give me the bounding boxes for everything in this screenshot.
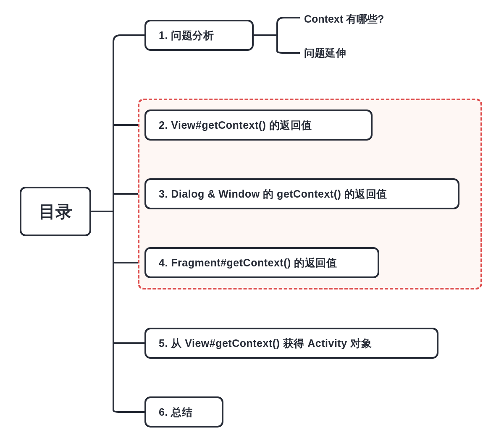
node-6: 6. 总结: [144, 396, 223, 428]
node-5: 5. 从 View#getContext() 获得 Activity 对象: [144, 328, 438, 359]
node-4: 4. Fragment#getContext() 的返回值: [144, 247, 379, 278]
leaf-1: Context 有哪些?: [304, 12, 384, 26]
node-2-label: 2. View#getContext() 的返回值: [159, 118, 312, 132]
node-2: 2. View#getContext() 的返回值: [144, 110, 373, 141]
diagram-canvas: 目录 1. 问题分析 2. View#getContext() 的返回值 3. …: [0, 0, 504, 438]
leaf-2-label: 问题延伸: [304, 47, 346, 59]
node-4-label: 4. Fragment#getContext() 的返回值: [159, 256, 337, 270]
node-5-label: 5. 从 View#getContext() 获得 Activity 对象: [159, 336, 372, 350]
root-node: 目录: [20, 187, 91, 236]
leaf-2: 问题延伸: [304, 46, 346, 60]
node-1: 1. 问题分析: [144, 20, 254, 51]
node-6-label: 6. 总结: [159, 405, 192, 419]
leaf-1-label: Context 有哪些?: [304, 13, 384, 25]
node-1-label: 1. 问题分析: [159, 29, 214, 42]
node-3-label: 3. Dialog & Window 的 getContext() 的返回值: [159, 187, 387, 201]
node-3: 3. Dialog & Window 的 getContext() 的返回值: [144, 178, 459, 209]
root-label: 目录: [39, 200, 73, 223]
